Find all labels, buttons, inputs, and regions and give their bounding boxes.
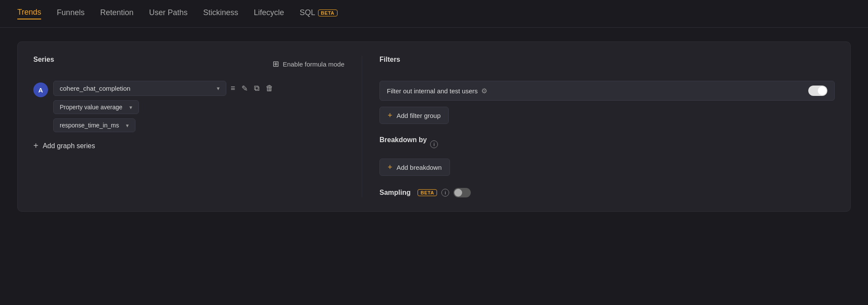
series-controls-a: cohere_chat_completion ▾ ≡ ✎ ⧉ 🗑 Propert… xyxy=(53,81,344,132)
add-breakdown-plus-icon: + xyxy=(388,163,392,171)
nav-item-user-paths[interactable]: User Paths xyxy=(149,8,187,19)
add-filter-plus-icon: + xyxy=(388,111,392,119)
filters-header: Filters xyxy=(379,56,835,72)
add-series-label: Add graph series xyxy=(43,142,95,150)
add-graph-series-button[interactable]: + Add graph series xyxy=(33,139,344,152)
filter-label: Filter out internal and test users ⚙ xyxy=(387,87,487,95)
sampling-section: Sampling BETA i xyxy=(379,188,835,197)
series-section: Series ⊞ Enable formula mode A cohere_ch… xyxy=(33,56,362,197)
filter-gear-icon[interactable]: ⚙ xyxy=(481,87,487,95)
filters-section: Filters Filter out internal and test use… xyxy=(362,56,835,197)
action-icons: ≡ ✎ ⧉ 🗑 xyxy=(231,84,273,93)
breakdown-info-icon[interactable]: i xyxy=(430,140,438,148)
aggregation-dropdown[interactable]: Property value average ▾ xyxy=(53,100,139,114)
formula-icon: ⊞ xyxy=(273,59,279,69)
sampling-title: Sampling xyxy=(379,189,411,197)
series-main-row: cohere_chat_completion ▾ ≡ ✎ ⧉ 🗑 xyxy=(53,81,344,96)
internal-filter-toggle[interactable] xyxy=(808,86,827,96)
property-dropdown[interactable]: response_time_in_ms ▾ xyxy=(53,118,135,132)
internal-filter-knob xyxy=(818,86,826,95)
nav-bar: Trends Funnels Retention User Paths Stic… xyxy=(0,0,868,28)
series-title: Series xyxy=(33,56,54,64)
add-filter-label: Add filter group xyxy=(397,112,441,119)
formula-mode-button[interactable]: ⊞ Enable formula mode xyxy=(273,59,344,69)
sql-beta-badge: BETA xyxy=(318,10,338,16)
aggregation-dropdown-arrow: ▾ xyxy=(129,104,132,111)
nav-item-sql[interactable]: SQLBETA xyxy=(300,8,338,19)
event-dropdown-arrow: ▾ xyxy=(217,85,220,92)
event-dropdown[interactable]: cohere_chat_completion ▾ xyxy=(53,81,226,96)
nav-item-trends[interactable]: Trends xyxy=(17,8,41,19)
formula-mode-label: Enable formula mode xyxy=(283,60,344,68)
sampling-beta-badge: BETA xyxy=(418,189,437,196)
sampling-toggle[interactable] xyxy=(453,188,471,197)
trash-icon[interactable]: 🗑 xyxy=(266,84,273,93)
filter-text: Filter out internal and test users xyxy=(387,87,478,95)
nav-item-stickiness[interactable]: Stickiness xyxy=(203,8,238,19)
series-header: Series ⊞ Enable formula mode xyxy=(33,56,344,72)
property-dropdown-arrow: ▾ xyxy=(126,122,129,129)
query-panel: Series ⊞ Enable formula mode A cohere_ch… xyxy=(17,41,851,212)
sampling-header: Sampling BETA i xyxy=(379,188,835,197)
add-breakdown-label: Add breakdown xyxy=(397,164,442,171)
sampling-info-icon[interactable]: i xyxy=(441,189,449,197)
nav-item-lifecycle[interactable]: Lifecycle xyxy=(254,8,284,19)
event-name: cohere_chat_completion xyxy=(60,85,130,92)
add-breakdown-button[interactable]: + Add breakdown xyxy=(379,159,450,176)
internal-filter-row: Filter out internal and test users ⚙ xyxy=(379,81,835,101)
series-row-a: A cohere_chat_completion ▾ ≡ ✎ ⧉ 🗑 xyxy=(33,81,344,132)
add-filter-group-button[interactable]: + Add filter group xyxy=(379,107,449,124)
filter-lines-icon[interactable]: ≡ xyxy=(231,84,235,93)
add-series-plus-icon: + xyxy=(33,141,39,151)
edit-icon[interactable]: ✎ xyxy=(241,84,248,93)
nav-item-funnels[interactable]: Funnels xyxy=(57,8,84,19)
main-content: Series ⊞ Enable formula mode A cohere_ch… xyxy=(0,28,868,226)
nav-item-retention[interactable]: Retention xyxy=(100,8,133,19)
breakdown-section: Breakdown by i + Add breakdown xyxy=(379,136,835,176)
breakdown-header: Breakdown by i xyxy=(379,136,835,152)
filters-title: Filters xyxy=(379,56,400,64)
breakdown-title: Breakdown by xyxy=(379,136,427,144)
series-letter-a: A xyxy=(33,83,48,97)
property-label: response_time_in_ms xyxy=(60,122,119,129)
aggregation-label: Property value average xyxy=(60,104,122,111)
copy-icon[interactable]: ⧉ xyxy=(254,84,260,93)
sampling-knob xyxy=(454,189,462,197)
